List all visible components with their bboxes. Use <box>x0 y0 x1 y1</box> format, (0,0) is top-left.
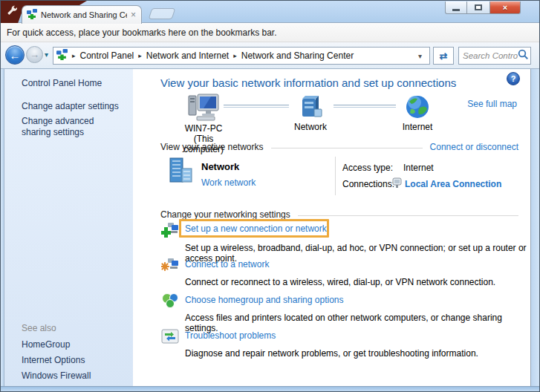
search-box <box>458 47 531 65</box>
internet-globe-icon <box>405 94 430 120</box>
crumb-separator-icon: ▸ <box>72 52 76 59</box>
connect-to-network-link[interactable]: Connect to a network <box>185 259 269 270</box>
close-button[interactable]: × <box>489 1 521 14</box>
crumb-separator-icon: ▸ <box>138 52 142 59</box>
sidebar-item-control-panel-home[interactable]: Control Panel Home <box>22 78 126 89</box>
back-arrow-icon: ← <box>10 49 21 62</box>
connect-or-disconnect-link[interactable]: Connect or disconnect <box>423 142 518 152</box>
computer-icon <box>187 93 220 121</box>
sidebar-item-change-advanced-sharing[interactable]: Change advanced sharing settings <box>22 116 120 138</box>
bookmarks-bar[interactable]: For quick access, place your bookmarks h… <box>1 24 540 42</box>
window-controls: × <box>445 1 521 14</box>
troubleshoot-problems-link[interactable]: Troubleshoot problems <box>185 330 276 341</box>
page-title: View your basic network information and … <box>160 76 456 89</box>
active-network-divider <box>335 157 336 195</box>
sidebar-item-homegroup[interactable]: HomeGroup <box>22 339 126 350</box>
settings-header-row: Change your networking settings <box>160 209 518 220</box>
internet-node-label: Internet <box>393 122 442 132</box>
sidebar-item-windows-firewall[interactable]: Windows Firewall <box>22 370 126 382</box>
section-rule <box>271 148 423 148</box>
maximize-icon <box>475 4 482 10</box>
browser-window: Network and Sharing Cent × × For quick a… <box>0 0 540 392</box>
tab-strip: Network and Sharing Cent × × <box>1 1 540 23</box>
close-icon: × <box>503 3 507 12</box>
sidebar: Control Panel Home Change adapter settin… <box>4 69 133 386</box>
map-connector <box>334 105 396 108</box>
local-area-connection-link[interactable]: Local Area Connection <box>405 179 501 189</box>
setup-new-connection-link[interactable]: Set up a new connection or network <box>185 223 327 234</box>
homegroup-icon <box>161 292 179 310</box>
troubleshoot-problems-description: Diagnose and repair network problems, or… <box>185 348 478 359</box>
see-full-map-link[interactable]: See full map <box>467 99 517 109</box>
breadcrumb-network-icon <box>56 49 68 62</box>
access-type-value: Internet <box>403 163 434 173</box>
section-rule <box>298 215 518 216</box>
search-icon[interactable] <box>518 49 529 62</box>
forward-arrow-icon: → <box>30 49 39 60</box>
work-network-link[interactable]: Work network <box>201 177 256 188</box>
sidebar-item-change-adapter-settings[interactable]: Change adapter settings <box>22 101 126 112</box>
window-frame-bottom <box>1 386 540 392</box>
bookmarks-hint-text: For quick access, place your bookmarks h… <box>7 27 277 38</box>
settings-header: Change your networking settings <box>160 209 298 220</box>
network-node-label: Network <box>285 122 336 132</box>
search-input[interactable] <box>463 51 518 60</box>
active-networks-header-row: View your active networks Connect or dis… <box>160 142 518 152</box>
buildings-icon <box>166 157 197 188</box>
lan-connection-icon <box>392 177 402 191</box>
history-dropdown-icon[interactable]: ▾ <box>45 50 48 59</box>
breadcrumb-control-panel[interactable]: Control Panel <box>80 50 134 61</box>
choose-homegroup-link[interactable]: Choose homegroup and sharing options <box>185 295 343 305</box>
breadcrumb-network-and-internet[interactable]: Network and Internet <box>146 50 229 61</box>
forward-button[interactable]: → <box>26 46 43 63</box>
map-node-network[interactable]: Network <box>285 94 336 132</box>
maximize-button[interactable] <box>467 1 489 14</box>
help-button[interactable]: ? <box>507 72 520 85</box>
connect-to-network-description: Connect or reconnect to a wireless, wire… <box>185 277 495 287</box>
wrench-icon[interactable] <box>7 5 19 17</box>
tab-title: Network and Sharing Cent <box>41 10 127 19</box>
new-tab-button[interactable] <box>149 8 176 19</box>
active-network-name: Network <box>201 161 239 172</box>
active-network-icon <box>166 157 197 190</box>
sidebar-see-also-header: See also <box>22 323 126 334</box>
map-connector <box>224 105 289 108</box>
address-dropdown-icon[interactable]: ▾ <box>418 52 422 60</box>
breadcrumb-network-sharing-center[interactable]: Network and Sharing Center <box>241 50 354 61</box>
minimize-icon <box>452 9 460 11</box>
tab-close-icon[interactable]: × <box>131 11 136 19</box>
navigation-bar: ← → ▾ ▸ Control Panel ▸ Network and Inte… <box>1 42 540 69</box>
tab-network-icon <box>27 9 37 22</box>
map-node-internet[interactable]: Internet <box>393 94 442 132</box>
back-button[interactable]: ← <box>5 45 25 65</box>
troubleshoot-icon <box>161 327 179 345</box>
refresh-icon: ⇄ <box>440 50 448 62</box>
sidebar-item-internet-options[interactable]: Internet Options <box>22 355 126 366</box>
minimize-button[interactable] <box>445 1 467 14</box>
breadcrumb[interactable]: ▸ Control Panel ▸ Network and Internet ▸… <box>53 47 430 65</box>
connections-label: Connections: <box>342 179 394 189</box>
access-type-label: Access type: <box>342 163 393 173</box>
network-icon <box>298 94 323 120</box>
refresh-button[interactable]: ⇄ <box>433 47 454 65</box>
help-icon: ? <box>511 74 516 83</box>
browser-tab[interactable]: Network and Sharing Cent × <box>22 5 142 24</box>
computer-name: WIN7-PC <box>175 123 232 134</box>
connect-network-icon <box>161 256 179 274</box>
active-networks-header: View your active networks <box>160 142 271 152</box>
crumb-separator-icon: ▸ <box>233 52 237 59</box>
setup-connection-icon <box>161 222 179 240</box>
window-frame-right <box>530 69 540 386</box>
main-content: ? View your basic network information an… <box>133 69 530 386</box>
